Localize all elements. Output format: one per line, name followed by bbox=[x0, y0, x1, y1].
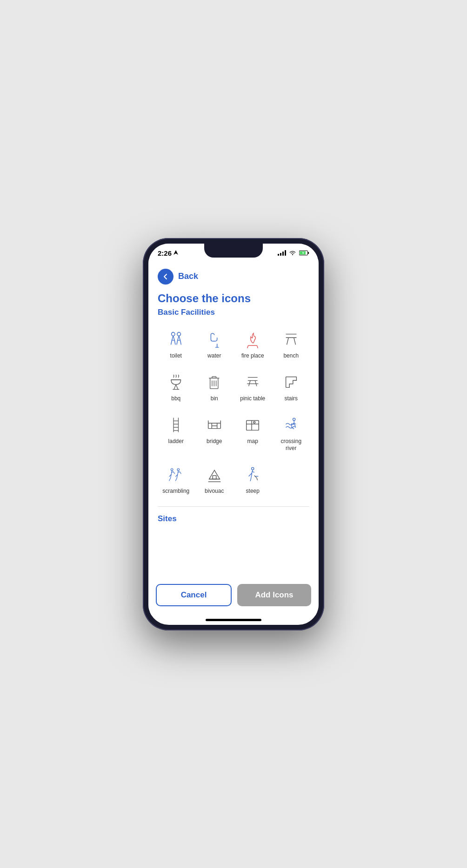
bottom-bar: Cancel Add Icons bbox=[148, 578, 319, 616]
svg-rect-2 bbox=[308, 252, 309, 254]
stairs-icon bbox=[281, 372, 301, 392]
icon-item-bridge[interactable]: bridge bbox=[196, 410, 233, 456]
home-indicator bbox=[148, 616, 319, 625]
phone-frame: 2:26 bbox=[143, 238, 324, 630]
svg-line-14 bbox=[177, 340, 178, 345]
svg-point-57 bbox=[254, 422, 255, 424]
svg-line-15 bbox=[180, 340, 181, 345]
sites-empty-area bbox=[158, 531, 309, 559]
icon-item-bivouac[interactable]: bivouac bbox=[196, 460, 233, 499]
icon-item-pinic-table[interactable]: pinic table bbox=[234, 367, 271, 406]
toilet-icon bbox=[166, 329, 186, 350]
phone-screen: 2:26 bbox=[148, 244, 319, 625]
icon-item-bench[interactable]: bench bbox=[273, 325, 310, 364]
icon-item-ladder[interactable]: ladder bbox=[158, 410, 194, 456]
time-display: 2:26 bbox=[158, 249, 172, 257]
svg-point-4 bbox=[172, 332, 175, 336]
bench-label: bench bbox=[283, 352, 299, 359]
location-arrow-icon bbox=[173, 250, 178, 256]
bivouac-label: bivouac bbox=[205, 488, 224, 494]
bench-icon bbox=[281, 329, 301, 350]
crossing-river-label: crossing river bbox=[275, 438, 308, 451]
svg-line-22 bbox=[287, 338, 288, 345]
map-label: map bbox=[247, 438, 258, 444]
scrambling-label: scrambling bbox=[162, 488, 189, 494]
ladder-label: ladder bbox=[168, 438, 184, 444]
icons-grid-basic-facilities: toilet water bbox=[158, 325, 309, 499]
icon-item-crossing-river[interactable]: crossing river bbox=[273, 410, 310, 456]
chevron-left-icon bbox=[162, 273, 169, 280]
svg-point-58 bbox=[293, 418, 295, 421]
svg-point-59 bbox=[171, 469, 173, 471]
crossing-river-icon bbox=[281, 415, 301, 435]
fire-place-label: fire place bbox=[241, 352, 264, 359]
scrambling-icon bbox=[166, 464, 186, 485]
water-icon bbox=[204, 329, 225, 350]
bbq-icon bbox=[166, 372, 186, 392]
icon-item-stairs[interactable]: stairs bbox=[273, 367, 310, 406]
bivouac-icon bbox=[204, 464, 225, 485]
stairs-label: stairs bbox=[284, 395, 298, 402]
battery-icon bbox=[299, 250, 309, 256]
svg-line-8 bbox=[171, 340, 172, 345]
fire-place-icon bbox=[242, 329, 263, 350]
status-time: 2:26 bbox=[158, 249, 178, 257]
icon-item-scrambling[interactable]: scrambling bbox=[158, 460, 194, 499]
status-icons bbox=[278, 250, 309, 256]
section-title-sites: Sites bbox=[158, 514, 309, 523]
svg-line-20 bbox=[257, 345, 258, 348]
svg-line-26 bbox=[174, 384, 176, 389]
back-button[interactable]: Back bbox=[158, 269, 309, 285]
svg-line-5 bbox=[172, 336, 173, 340]
pinic-table-label: pinic table bbox=[240, 395, 265, 402]
bin-icon bbox=[204, 372, 225, 392]
svg-line-19 bbox=[247, 345, 248, 348]
home-bar bbox=[206, 619, 261, 621]
svg-line-11 bbox=[178, 336, 179, 340]
svg-point-0 bbox=[292, 254, 293, 255]
back-label: Back bbox=[178, 272, 198, 281]
svg-line-36 bbox=[249, 380, 250, 386]
ladder-icon bbox=[166, 415, 186, 435]
bridge-icon bbox=[204, 415, 225, 435]
svg-point-64 bbox=[252, 468, 254, 470]
map-icon bbox=[242, 415, 263, 435]
status-bar: 2:26 bbox=[148, 249, 319, 257]
svg-line-6 bbox=[173, 336, 175, 340]
svg-rect-62 bbox=[213, 476, 216, 479]
notch-area: 2:26 bbox=[148, 244, 319, 264]
icon-item-map[interactable]: map bbox=[234, 410, 271, 456]
section-divider bbox=[158, 506, 309, 507]
svg-point-10 bbox=[177, 332, 181, 336]
pinic-table-icon bbox=[242, 372, 263, 392]
steep-icon bbox=[242, 464, 263, 485]
icon-item-toilet[interactable]: toilet bbox=[158, 325, 194, 364]
icon-item-bin[interactable]: bin bbox=[196, 367, 233, 406]
wifi-icon bbox=[289, 250, 296, 256]
section-title-basic-facilities: Basic Facilities bbox=[158, 308, 309, 317]
water-label: water bbox=[207, 352, 221, 359]
svg-line-12 bbox=[179, 336, 180, 340]
bin-label: bin bbox=[211, 395, 218, 402]
toilet-label: toilet bbox=[170, 352, 182, 359]
svg-line-9 bbox=[174, 340, 175, 345]
steep-label: steep bbox=[246, 488, 260, 494]
cancel-button[interactable]: Cancel bbox=[156, 584, 232, 606]
screen-content: Back Choose the icons Basic Facilities bbox=[148, 264, 319, 578]
icon-item-water[interactable]: water bbox=[196, 325, 233, 364]
icon-item-steep[interactable]: steep bbox=[234, 460, 271, 499]
svg-point-60 bbox=[177, 469, 180, 471]
svg-rect-31 bbox=[212, 377, 216, 378]
svg-rect-54 bbox=[247, 421, 259, 431]
icon-item-bbq[interactable]: bbq bbox=[158, 367, 194, 406]
icon-item-fire-place[interactable]: fire place bbox=[234, 325, 271, 364]
page-title: Choose the icons bbox=[158, 292, 309, 305]
svg-line-37 bbox=[255, 380, 256, 386]
signal-bars-icon bbox=[278, 250, 286, 256]
add-icons-button[interactable]: Add Icons bbox=[237, 584, 311, 606]
svg-line-23 bbox=[294, 338, 295, 345]
back-circle[interactable] bbox=[158, 269, 173, 285]
bridge-label: bridge bbox=[207, 438, 222, 444]
svg-line-27 bbox=[176, 384, 178, 389]
bbq-label: bbq bbox=[171, 395, 180, 402]
